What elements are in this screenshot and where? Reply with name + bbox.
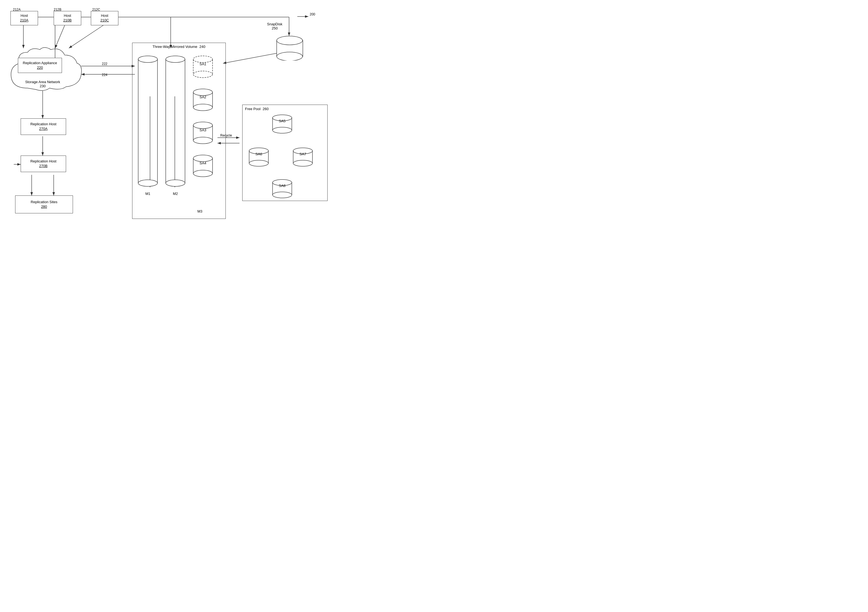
sa6-label: SA6 (256, 152, 262, 156)
replication-host-b-box: Replication Host 270B (21, 155, 66, 172)
sa1-cylinder: SA1 (192, 54, 214, 79)
replication-host-b-label: Replication Host (30, 159, 56, 164)
svg-point-37 (193, 104, 212, 111)
host-210b-num: 210B (63, 18, 71, 23)
replication-sites-box: Replication Sites 280 (15, 195, 73, 213)
svg-point-58 (277, 52, 302, 60)
sa4-cylinder: SA4 (192, 153, 214, 179)
replication-host-a-box: Replication Host 270A (21, 118, 66, 135)
svg-point-28 (138, 180, 158, 186)
replication-appliance-box: Replication Appliance 220 (18, 58, 62, 73)
svg-rect-26 (138, 59, 158, 183)
svg-point-55 (273, 192, 292, 198)
svg-point-43 (193, 170, 212, 177)
svg-point-30 (166, 56, 185, 62)
sa3-label: SA3 (200, 128, 206, 132)
sa7-cylinder: SA7 (292, 146, 314, 169)
host-210a-num: 210A (20, 18, 28, 23)
sa2-cylinder: SA2 (192, 87, 214, 113)
free-pool-label-wrap: Free Pool 260 (245, 107, 269, 111)
sa5-cylinder: SA5 (271, 113, 293, 136)
san-label: Storage Area Network 230 (19, 80, 66, 88)
mirrored-vol-num: 240 (199, 45, 205, 49)
m3-label-wrap: M3 (197, 209, 202, 213)
sa1-label: SA1 (200, 62, 206, 66)
svg-point-52 (293, 160, 313, 166)
host-210c-box: Host 210C (91, 11, 118, 25)
recycle-label: Recycle (220, 133, 232, 137)
sa8-cylinder: SA8 (271, 178, 293, 201)
svg-point-57 (277, 36, 302, 45)
m2-label: M2 (173, 192, 178, 196)
svg-point-49 (249, 160, 268, 166)
sa4-label: SA4 (200, 161, 206, 165)
sa2-label: SA2 (200, 95, 206, 99)
m3-label: M3 (197, 209, 202, 213)
ref-224: 224 (102, 73, 107, 77)
svg-rect-29 (166, 59, 185, 183)
svg-point-33 (193, 56, 212, 62)
host-210b-label: Host (64, 14, 71, 18)
diagram: 212A 212B 212C Host 210A Host 210B Host … (0, 0, 347, 245)
sa7-label: SA7 (299, 152, 306, 156)
sa5-label: SA5 (279, 119, 286, 123)
ref-222: 222 (102, 62, 107, 66)
san-cloud: Replication Appliance 220 Storage Area N… (6, 44, 85, 96)
replication-host-b-num: 270B (39, 164, 47, 169)
free-pool-num: 260 (263, 107, 269, 111)
replication-host-a-label: Replication Host (30, 122, 56, 127)
host-210c-num: 210C (100, 18, 109, 23)
svg-point-34 (193, 71, 212, 77)
svg-point-42 (193, 155, 212, 162)
replication-sites-num: 280 (41, 205, 47, 209)
svg-point-40 (193, 137, 212, 144)
host-210c-label: Host (101, 14, 108, 18)
replication-host-a-num: 270A (39, 127, 47, 131)
snapdisk-label-wrap: SnapDisk 250 (267, 22, 282, 30)
snapdisk-cylinder (275, 34, 304, 62)
host-210a-box: Host 210A (11, 11, 38, 25)
svg-point-39 (193, 122, 212, 129)
replication-appliance-label: Replication Appliance (23, 61, 57, 65)
host-210b-box: Host 210B (54, 11, 81, 25)
sa8-label: SA8 (279, 184, 286, 188)
svg-point-46 (273, 127, 292, 133)
mirrored-volume-label: Three-Way Mirrored Volume 240 (135, 45, 223, 49)
svg-point-27 (138, 56, 158, 62)
m1-cylinder: M1 (137, 54, 159, 190)
san-num: 230 (40, 84, 46, 88)
replication-sites-label: Replication Sites (31, 200, 57, 205)
snapdisk-num: 250 (272, 26, 278, 30)
replication-appliance-num: 220 (37, 65, 43, 70)
svg-point-31 (166, 180, 185, 186)
sa3-cylinder: SA3 (192, 120, 214, 146)
m1-label: M1 (145, 192, 150, 196)
host-210a-label: Host (21, 14, 28, 18)
svg-point-36 (193, 89, 212, 96)
m2-cylinder: M2 (164, 54, 186, 190)
sa6-cylinder: SA6 (248, 146, 270, 169)
